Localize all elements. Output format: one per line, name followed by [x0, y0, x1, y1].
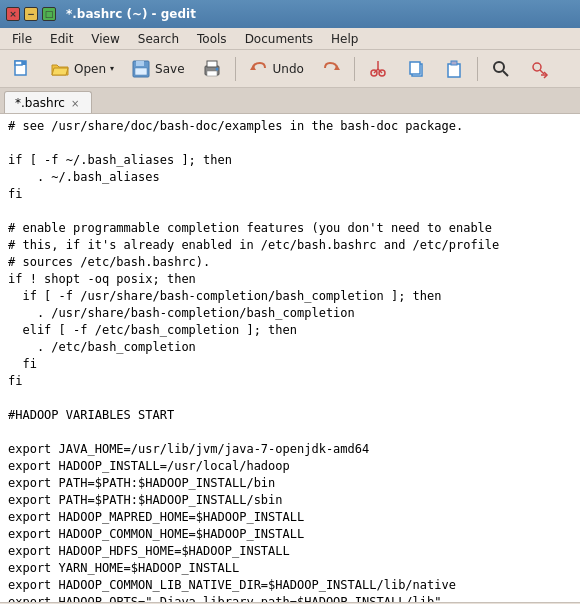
svg-line-22: [503, 71, 508, 76]
toolbar-separator-1: [235, 57, 236, 81]
redo-button[interactable]: [313, 54, 349, 84]
tab-label: *.bashrc: [15, 96, 65, 110]
menu-documents[interactable]: Documents: [237, 30, 321, 48]
menu-edit[interactable]: Edit: [42, 30, 81, 48]
window-controls[interactable]: × − □: [6, 7, 56, 21]
cut-button[interactable]: [360, 54, 396, 84]
toolbar: Open ▾ Save Undo: [0, 50, 580, 88]
svg-rect-7: [207, 61, 217, 67]
svg-rect-8: [207, 71, 217, 76]
maximize-button[interactable]: □: [42, 7, 56, 21]
editor-content[interactable]: # see /usr/share/doc/bash-doc/examples i…: [0, 114, 580, 602]
svg-point-21: [494, 62, 504, 72]
scissors-icon: [367, 58, 389, 80]
redo-icon: [320, 58, 342, 80]
open-button[interactable]: Open ▾: [42, 54, 121, 84]
minimize-button[interactable]: −: [24, 7, 38, 21]
undo-icon: [248, 58, 270, 80]
print-button[interactable]: [194, 54, 230, 84]
undo-button[interactable]: Undo: [241, 54, 311, 84]
tab-bar: *.bashrc ×: [0, 88, 580, 114]
menu-search[interactable]: Search: [130, 30, 187, 48]
tab-close-button[interactable]: ×: [69, 98, 81, 109]
paste-button[interactable]: [436, 54, 472, 84]
undo-label: Undo: [273, 62, 304, 76]
svg-marker-10: [250, 65, 256, 70]
toolbar-separator-3: [477, 57, 478, 81]
svg-marker-11: [334, 65, 340, 70]
svg-rect-5: [135, 68, 147, 75]
open-label: Open: [74, 62, 106, 76]
menu-tools[interactable]: Tools: [189, 30, 235, 48]
new-icon: [11, 58, 33, 80]
find-button[interactable]: [483, 54, 519, 84]
menu-file[interactable]: File: [4, 30, 40, 48]
save-button[interactable]: Save: [123, 54, 191, 84]
window-title: *.bashrc (~) - gedit: [66, 7, 196, 21]
svg-rect-2: [15, 61, 22, 65]
save-icon: [130, 58, 152, 80]
replace-button[interactable]: [521, 54, 557, 84]
open-icon: [49, 58, 71, 80]
print-icon: [201, 58, 223, 80]
paste-icon: [443, 58, 465, 80]
open-dropdown-arrow: ▾: [110, 64, 114, 73]
menu-help[interactable]: Help: [323, 30, 366, 48]
svg-rect-19: [448, 64, 460, 77]
svg-line-24: [540, 70, 544, 74]
copy-icon: [405, 58, 427, 80]
svg-point-23: [533, 63, 541, 71]
copy-button[interactable]: [398, 54, 434, 84]
menu-view[interactable]: View: [83, 30, 127, 48]
svg-rect-18: [410, 62, 420, 74]
svg-point-9: [215, 67, 218, 70]
menu-bar: File Edit View Search Tools Documents He…: [0, 28, 580, 50]
svg-rect-4: [136, 61, 144, 66]
toolbar-separator-2: [354, 57, 355, 81]
title-bar: × − □ *.bashrc (~) - gedit: [0, 0, 580, 28]
search-icon: [490, 58, 512, 80]
close-button[interactable]: ×: [6, 7, 20, 21]
new-button[interactable]: [4, 54, 40, 84]
svg-rect-20: [451, 61, 457, 65]
save-label: Save: [155, 62, 184, 76]
replace-icon: [528, 58, 550, 80]
tab-bashrc[interactable]: *.bashrc ×: [4, 91, 92, 113]
